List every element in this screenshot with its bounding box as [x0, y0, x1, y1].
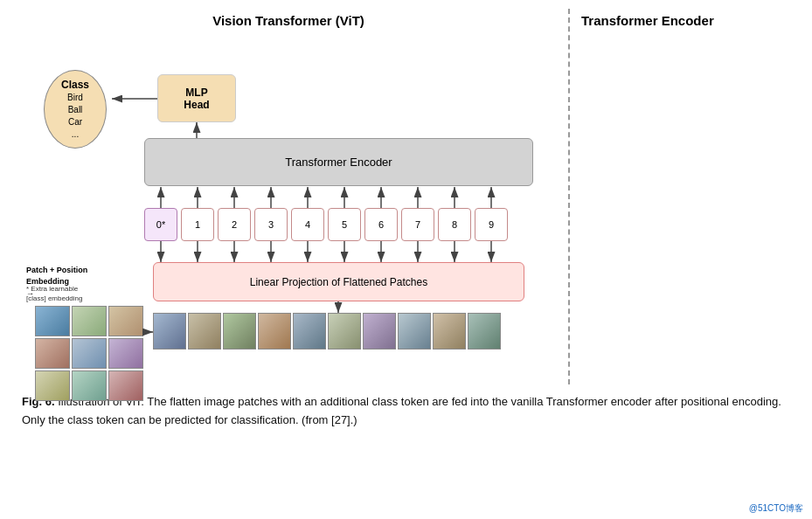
wide-patch-6 — [328, 313, 361, 349]
src-patch-2 — [72, 306, 107, 336]
src-patch-8 — [72, 370, 107, 401]
token-3: 3 — [254, 208, 288, 241]
encoder-section: Transformer Encoder L × + MLP Norm + — [559, 9, 812, 384]
transformer-encoder-label: Transformer Encoder — [285, 156, 392, 169]
token-8: 8 — [438, 208, 471, 241]
token-9: 9 — [475, 208, 508, 241]
main-container: Vision Transformer (ViT) Class Bird Ball… — [0, 0, 812, 519]
wide-patch-7 — [363, 313, 396, 349]
linear-proj-label: Linear Projection of Flattened Patches — [250, 276, 427, 288]
transformer-encoder-box: Transformer Encoder — [144, 138, 533, 186]
mlp-head-box: MLP Head — [157, 74, 236, 122]
diagram-area: Vision Transformer (ViT) Class Bird Ball… — [17, 9, 795, 384]
src-patch-5 — [72, 338, 107, 369]
token-6: 6 — [364, 208, 398, 241]
watermark: @51CTO博客 — [749, 502, 803, 515]
mlp-head-label: MLP Head — [184, 86, 209, 111]
wide-patch-3 — [223, 313, 256, 349]
class-ball: Ball — [68, 104, 83, 116]
vit-title: Vision Transformer (ViT) — [212, 13, 364, 28]
image-patches-row — [153, 313, 501, 349]
class-bird: Bird — [67, 92, 83, 104]
class-car: Car — [68, 116, 82, 128]
wide-patch-1 — [153, 313, 186, 349]
token-5: 5 — [328, 208, 361, 241]
token-0: 0* — [144, 208, 177, 241]
wide-patch-10 — [468, 313, 501, 349]
linear-proj-box: Linear Projection of Flattened Patches — [153, 262, 524, 301]
class-token-box: Class Bird Ball Car ... — [44, 70, 107, 149]
src-patch-7 — [35, 370, 70, 401]
patch-pos-sublabel: * Extra learnable[class] embedding — [26, 284, 140, 303]
src-patch-3 — [108, 306, 143, 336]
src-patch-9 — [108, 370, 143, 401]
src-patch-4 — [35, 338, 70, 369]
source-image-grid — [35, 306, 143, 401]
encoder-title: Transformer Encoder — [581, 13, 812, 28]
wide-patch-9 — [433, 313, 466, 349]
class-label: Class — [61, 78, 89, 93]
tokens-row: 0* 1 2 3 4 5 6 7 8 9 — [144, 208, 508, 241]
wide-patch-4 — [258, 313, 291, 349]
wide-patch-8 — [398, 313, 431, 349]
vit-section: Vision Transformer (ViT) Class Bird Ball… — [17, 9, 559, 384]
token-7: 7 — [401, 208, 434, 241]
src-patch-6 — [108, 338, 143, 369]
token-4: 4 — [291, 208, 324, 241]
wide-patch-2 — [188, 313, 221, 349]
wide-patch-5 — [293, 313, 326, 349]
class-dots: ... — [72, 128, 79, 141]
token-1: 1 — [181, 208, 214, 241]
src-patch-1 — [35, 306, 70, 336]
token-2: 2 — [218, 208, 251, 241]
